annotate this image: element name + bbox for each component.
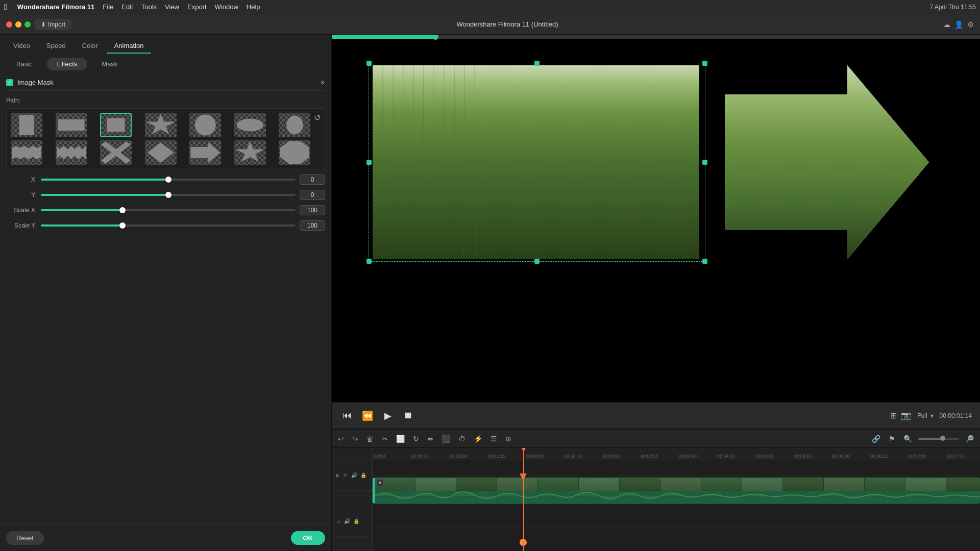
speed-icon[interactable]: ⏱ — [456, 433, 468, 445]
mask-shape-circle[interactable] — [189, 113, 221, 137]
menu-tools[interactable]: Tools — [141, 3, 157, 11]
slider-scaley-thumb[interactable] — [119, 222, 126, 229]
video-track-eye-icon[interactable]: 👁 — [343, 472, 348, 478]
scrubber-track[interactable] — [332, 35, 980, 39]
reset-button[interactable]: Reset — [6, 531, 44, 545]
mask-shape-wave2[interactable] — [56, 140, 87, 165]
menu-export[interactable]: Export — [187, 3, 207, 11]
ruler-mark-13: 00:06:15 — [870, 454, 909, 459]
slider-y-track[interactable] — [41, 194, 296, 196]
mask-shape-ellipse-v[interactable] — [279, 113, 310, 137]
account-icon[interactable]: 👤 — [954, 20, 963, 29]
subtab-effects[interactable]: Effects — [47, 58, 88, 70]
mask-shape-clover[interactable] — [145, 113, 177, 137]
app-title: Wondershare Filmora 11 (Untitled) — [76, 20, 939, 28]
video-track-lock-icon[interactable]: 🔒 — [360, 472, 366, 478]
audio-track-speaker-icon[interactable]: 🔊 — [344, 518, 350, 524]
audio-track-lock-icon[interactable]: 🔒 — [353, 518, 359, 524]
refresh-button[interactable]: ↺ — [314, 113, 321, 122]
rewind-button[interactable]: ⏮ — [340, 409, 354, 423]
prev-frame-button[interactable]: ⏪ — [360, 409, 375, 423]
apple-icon[interactable]:  — [4, 3, 7, 12]
tab-color[interactable]: Color — [75, 39, 105, 54]
mask-section-title: ✓ Image Mask — [6, 79, 54, 86]
flip-icon[interactable]: ⇔ — [425, 433, 435, 445]
mask-shape-diamond[interactable] — [145, 140, 177, 165]
menu-file[interactable]: File — [103, 3, 113, 11]
undo-icon[interactable]: ↩ — [336, 433, 346, 445]
list-icon[interactable]: ☰ — [488, 433, 499, 445]
mask-shape-x[interactable] — [100, 140, 132, 165]
mask-shape-wave1[interactable] — [11, 140, 42, 165]
zoom-in-icon[interactable]: 🔍 — [901, 433, 914, 445]
slider-x-value[interactable]: 0 — [300, 174, 325, 185]
slider-x-thumb[interactable] — [165, 177, 172, 183]
mask-shape-arrow[interactable] — [189, 140, 221, 165]
slider-y-thumb[interactable] — [165, 192, 172, 198]
slider-scalex-label: Scale X: — [6, 207, 37, 214]
zoom-control[interactable]: Full ▾ — [917, 412, 933, 419]
slider-y-value[interactable]: 0 — [300, 190, 325, 200]
mask-shape-star[interactable] — [234, 140, 266, 165]
menu-help[interactable]: Help — [247, 3, 260, 11]
video-track-mute-icon[interactable]: 🔊 — [351, 472, 357, 478]
more-tools-icon[interactable]: ⊕ — [503, 433, 513, 445]
play-button[interactable]: ▶ — [381, 409, 395, 423]
slider-scaley-value[interactable]: 100 — [300, 220, 325, 231]
slider-scalex-thumb[interactable] — [119, 207, 126, 213]
minimize-button[interactable] — [15, 21, 21, 28]
fit-icon[interactable]: ⊞ — [890, 411, 897, 420]
zoom-out-icon[interactable]: 🔎 — [963, 433, 976, 445]
tab-animation[interactable]: Animation — [107, 39, 151, 54]
mask-enabled-checkbox[interactable]: ✓ — [6, 79, 13, 86]
cut-icon[interactable]: ✂ — [380, 433, 390, 445]
preview-arrow-area — [725, 65, 929, 259]
settings-icon[interactable]: ⚙ — [967, 20, 974, 29]
fullscreen-button[interactable] — [24, 21, 31, 28]
timeline-area: ↩ ↪ 🗑 ✂ ⬜ ↻ ⇔ ⬛ ⏱ ⚡ ☰ ⊕ 🔗 ⚑ 🔍 — [332, 429, 980, 551]
subtab-mask[interactable]: Mask — [91, 58, 128, 70]
markers-icon[interactable]: ⚑ — [887, 433, 897, 445]
playhead-vid-marker — [520, 473, 527, 481]
crop-icon[interactable]: ⬜ — [394, 433, 407, 445]
close-button[interactable] — [6, 21, 12, 28]
mask-shape-rect-v[interactable] — [11, 113, 42, 137]
ok-button[interactable]: OK — [291, 531, 326, 545]
audio-track-label: ♪1 🔊 🔒 — [332, 506, 372, 537]
redo-icon[interactable]: ↪ — [350, 433, 360, 445]
zoom-chevron-icon[interactable]: ▾ — [930, 412, 934, 419]
slider-scalex-value[interactable]: 100 — [300, 205, 325, 215]
menu-edit[interactable]: Edit — [121, 3, 133, 11]
zoom-slider-thumb[interactable] — [940, 436, 945, 441]
content-area: Video Speed Color Animation Basic Effect… — [0, 35, 980, 551]
menu-view[interactable]: View — [165, 3, 179, 11]
split-icon[interactable]: ⚡ — [472, 433, 484, 445]
zoom-slider-track[interactable] — [918, 438, 959, 440]
delete-icon[interactable]: 🗑 — [364, 433, 376, 445]
slider-x-track[interactable] — [41, 179, 296, 181]
stop-button[interactable]: ⏹ — [401, 409, 415, 423]
sub-tabs: Basic Effects Mask — [0, 54, 331, 74]
subtab-basic[interactable]: Basic — [6, 58, 43, 70]
slider-scalex-track[interactable] — [41, 209, 296, 211]
mask-shape-rect-h[interactable] — [56, 113, 87, 137]
screenshot-icon[interactable]: 📷 — [901, 411, 911, 420]
import-button[interactable]: ⬇ Import — [35, 19, 71, 30]
rotate-icon[interactable]: ↻ — [411, 433, 421, 445]
video-clip-bar[interactable]: ▶ — [373, 478, 980, 504]
mask-shape-ellipse-h[interactable] — [234, 113, 266, 137]
cloud-icon[interactable]: ☁ — [943, 20, 950, 29]
mirror-icon[interactable]: ⬛ — [439, 433, 452, 445]
mask-shape-badge[interactable] — [279, 140, 310, 165]
tab-video[interactable]: Video — [6, 39, 37, 54]
ruler-mark-15: 00:07:15 — [947, 454, 980, 459]
mask-shape-rect-sq[interactable] — [100, 113, 132, 137]
mask-close-icon[interactable]: ✕ — [320, 79, 325, 86]
left-panel: Video Speed Color Animation Basic Effect… — [0, 35, 332, 551]
snap-icon[interactable]: 🔗 — [870, 433, 883, 445]
slider-scaley-track[interactable] — [41, 224, 296, 227]
menu-window[interactable]: Window — [215, 3, 238, 11]
track-area: 00:00 00:00:15 00:01:00 00:01:15 00:02:0… — [373, 448, 980, 551]
tab-speed[interactable]: Speed — [39, 39, 73, 54]
empty-track — [373, 460, 980, 475]
